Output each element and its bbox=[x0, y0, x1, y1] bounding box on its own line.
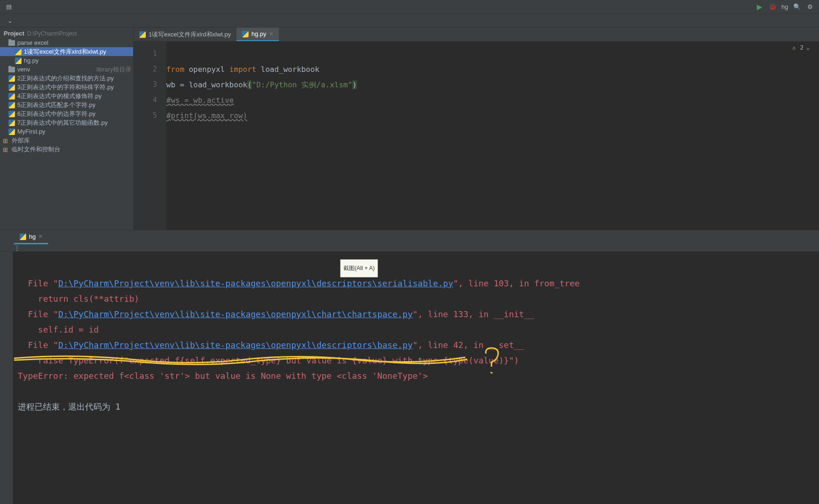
tree-item-label: 外部库 bbox=[12, 136, 131, 145]
code-editor[interactable]: 12345 from openpyxl import load_workbook… bbox=[134, 42, 819, 230]
library-icon: ⊞ bbox=[3, 146, 9, 153]
code-lines[interactable]: from openpyxl import load_workbook wb = … bbox=[166, 42, 819, 230]
tree-item[interactable]: 7正则表达式中的其它功能函数.py bbox=[0, 118, 133, 127]
traceback-line: File "D:\PyCharm\Project\venv\lib\site-p… bbox=[18, 309, 534, 319]
line-number: 5 bbox=[134, 108, 157, 123]
python-icon bbox=[139, 31, 146, 38]
tree-item[interactable]: 1读写excel文件库xlrd和xlwt.py bbox=[0, 47, 133, 56]
editor-tab[interactable]: hg.py✕ bbox=[236, 28, 279, 41]
app-menu-icon[interactable]: ▤ bbox=[5, 3, 13, 11]
tree-item-label: 3正则表达式中的字符和特殊字符.py bbox=[17, 83, 131, 92]
tree-item-label: 临时文件和控制台 bbox=[12, 145, 131, 154]
tree-item-label: 5正则表达式匹配多个字符.py bbox=[17, 101, 131, 109]
settings-icon[interactable]: ⚙ bbox=[806, 3, 814, 11]
title-bar: ▤ ▶ 🐞 hg 🔍 ⚙ bbox=[0, 0, 819, 14]
warning-count: 2 bbox=[800, 44, 804, 51]
editor-tab[interactable]: 1读写excel文件库xlrd和xlwt.py bbox=[134, 28, 236, 41]
run-toolbar: ⋮ bbox=[0, 244, 819, 252]
tree-item[interactable]: 5正则表达式匹配多个字符.py bbox=[0, 100, 133, 109]
file-link[interactable]: D:\PyCharm\Project\venv\lib\site-package… bbox=[58, 278, 453, 288]
traceback-line: File "D:\PyCharm\Project\venv\lib\site-p… bbox=[18, 278, 580, 288]
tree-item[interactable]: venv library根目录 bbox=[0, 65, 133, 74]
tab-label: hg.py bbox=[251, 30, 266, 37]
tree-item[interactable]: 2正则表达式的介绍和查找的方法.py bbox=[0, 74, 133, 83]
run-config-name[interactable]: hg bbox=[782, 3, 788, 10]
editor-area: 1读写excel文件库xlrd和xlwt.pyhg.py✕ 12345 from… bbox=[134, 28, 819, 230]
exit-line: 进程已结束，退出代码为 1 bbox=[18, 402, 121, 412]
traceback-line: File "D:\PyCharm\Project\venv\lib\site-p… bbox=[18, 340, 524, 350]
file-link[interactable]: D:\PyCharm\Project\venv\lib\site-package… bbox=[58, 340, 413, 350]
tree-item-label: parse excel bbox=[17, 39, 131, 46]
debug-icon[interactable]: 🐞 bbox=[769, 3, 777, 11]
navigation-bar: ⌄ bbox=[0, 14, 819, 28]
tree-item-label: 4正则表达式中的模式修饰符.py bbox=[17, 92, 131, 100]
screenshot-tooltip: 截图(Alt + A) bbox=[340, 259, 378, 277]
code-text: load_workbook bbox=[256, 65, 320, 74]
tree-item-label: 6正则表达式中的边界字符.py bbox=[17, 110, 131, 118]
error-line: TypeError: expected f<class 'str'> but v… bbox=[18, 371, 428, 381]
close-icon[interactable]: ✕ bbox=[38, 234, 43, 240]
more-icon[interactable]: ⋮ bbox=[14, 244, 21, 251]
traceback-line: self.id = id bbox=[18, 325, 99, 334]
tree-item-label: venv bbox=[17, 66, 94, 73]
gutter: 12345 bbox=[134, 42, 166, 230]
python-icon bbox=[20, 234, 26, 240]
tree-item[interactable]: 3正则表达式中的字符和特殊字符.py bbox=[0, 83, 133, 92]
editor-tabs: 1读写excel文件库xlrd和xlwt.pyhg.py✕ bbox=[134, 28, 819, 42]
python-icon bbox=[8, 84, 15, 91]
warning-icon: ⚠ bbox=[791, 44, 798, 51]
code-text: openpyxl bbox=[185, 65, 229, 74]
tree-item[interactable]: parse excel bbox=[0, 38, 133, 47]
run-tabs-row: hg ✕ bbox=[0, 230, 819, 244]
traceback-line: return cls(**attrib) bbox=[18, 294, 139, 304]
project-tool-window[interactable]: Project D:\PyCharm\Project parse excel1读… bbox=[0, 28, 134, 230]
paren: ) bbox=[352, 80, 357, 89]
run-icon[interactable]: ▶ bbox=[755, 3, 764, 11]
keyword: from bbox=[166, 65, 185, 74]
code-text: wb = load_workbook bbox=[166, 80, 247, 89]
tree-item[interactable]: ⊞外部库 bbox=[0, 136, 133, 145]
tree-item-label: hg.py bbox=[24, 57, 131, 64]
traceback-line: raise TypeError(f"expected f{self.expect… bbox=[18, 355, 519, 365]
tree-item[interactable]: hg.py bbox=[0, 56, 133, 65]
paren: ( bbox=[247, 80, 252, 89]
folder-icon bbox=[8, 67, 15, 72]
search-icon[interactable]: 🔍 bbox=[793, 3, 801, 11]
run-tab-label: hg bbox=[29, 233, 36, 240]
line-number: 2 bbox=[134, 62, 157, 77]
python-icon bbox=[8, 128, 15, 135]
chevron-icon: ⌄ bbox=[806, 44, 810, 51]
tree-item[interactable]: MyFirst.py bbox=[0, 127, 133, 136]
run-tab[interactable]: hg ✕ bbox=[14, 230, 48, 244]
tree-item-suffix: library根目录 bbox=[97, 65, 131, 74]
python-icon bbox=[8, 93, 15, 99]
python-icon bbox=[8, 102, 15, 108]
project-path: D:\PyCharm\Project bbox=[27, 30, 77, 37]
tree-item-label: 1读写excel文件库xlrd和xlwt.py bbox=[24, 48, 131, 56]
chevron-down-icon: ⌄ bbox=[7, 17, 13, 24]
tree-item[interactable]: 4正则表达式中的模式修饰符.py bbox=[0, 92, 133, 100]
console-output[interactable]: File "D:\PyCharm\Project\venv\lib\site-p… bbox=[13, 252, 819, 504]
tree-item-label: 7正则表达式中的其它功能函数.py bbox=[17, 119, 131, 127]
nav-chevron[interactable]: ⌄ bbox=[4, 16, 16, 25]
python-icon bbox=[242, 31, 249, 37]
tree-item[interactable]: 6正则表达式中的边界字符.py bbox=[0, 109, 133, 118]
python-icon bbox=[8, 75, 15, 82]
inspection-widget[interactable]: ⚠ 2 ⌄ bbox=[791, 44, 810, 51]
run-side-toolbar[interactable] bbox=[0, 252, 13, 504]
tree-item[interactable]: ⊞临时文件和控制台 bbox=[0, 145, 133, 154]
python-icon bbox=[15, 49, 21, 55]
close-icon[interactable]: ✕ bbox=[269, 31, 273, 37]
main-split: Project D:\PyCharm\Project parse excel1读… bbox=[0, 28, 819, 230]
python-icon bbox=[8, 120, 15, 126]
line-number: 3 bbox=[134, 77, 157, 92]
comment: #print(ws.max_row) bbox=[166, 111, 247, 120]
python-icon bbox=[15, 57, 21, 64]
line-number: 1 bbox=[134, 46, 157, 62]
keyword: import bbox=[229, 65, 256, 74]
file-link[interactable]: D:\PyCharm\Project\venv\lib\site-package… bbox=[58, 309, 413, 319]
tree-item-label: MyFirst.py bbox=[17, 128, 131, 135]
project-header[interactable]: Project D:\PyCharm\Project bbox=[0, 28, 133, 38]
library-icon: ⊞ bbox=[3, 137, 9, 144]
run-tool-window: hg ✕ ⋮ File "D:\PyCharm\Project\venv\lib… bbox=[0, 230, 819, 504]
